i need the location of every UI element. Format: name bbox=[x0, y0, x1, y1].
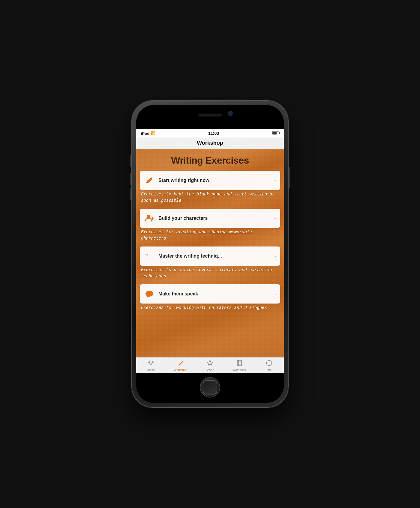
battery-icon bbox=[272, 132, 279, 135]
tab-ideas-label: Ideas bbox=[147, 368, 154, 372]
svg-point-4 bbox=[146, 291, 153, 297]
chevron-icon-2: › bbox=[274, 216, 276, 221]
main-content[interactable]: Writing Exercises Start writing right no… bbox=[136, 149, 284, 357]
chevron-icon-1: › bbox=[274, 178, 276, 183]
tab-workshop-label: Workshop bbox=[174, 368, 187, 372]
bulb-icon bbox=[147, 359, 154, 368]
exercise-desc-make-speak: Exercises for working with narrators and… bbox=[141, 305, 279, 311]
tab-info[interactable]: Info bbox=[254, 359, 284, 372]
speech-icon bbox=[144, 289, 155, 299]
star-icon bbox=[206, 359, 214, 368]
tab-notebook-label: Notebook bbox=[233, 368, 246, 372]
notebook-icon bbox=[236, 359, 243, 368]
status-time: 11:03 bbox=[208, 131, 219, 136]
exercise-label-start-writing: Start writing right now bbox=[158, 178, 274, 183]
quote-icon: " bbox=[144, 251, 155, 262]
status-bar: iPod 📶 11:03 bbox=[136, 129, 284, 138]
tab-saved[interactable]: Saved bbox=[195, 359, 225, 372]
svg-point-13 bbox=[269, 361, 269, 362]
exercise-item-build-characters[interactable]: Build your characters › bbox=[140, 209, 280, 228]
exercise-item-make-speak[interactable]: Make them speak › bbox=[140, 284, 280, 304]
wifi-icon: 📶 bbox=[151, 131, 155, 135]
svg-point-0 bbox=[147, 215, 150, 218]
person-add-icon bbox=[144, 213, 155, 224]
screen: iPod 📶 11:03 Workshop Writing Exercises bbox=[136, 129, 284, 373]
tab-saved-label: Saved bbox=[206, 368, 214, 372]
chevron-icon-3: › bbox=[274, 253, 276, 259]
exercise-desc-master-techniques: Exercises to practice several literary a… bbox=[141, 267, 279, 280]
status-right bbox=[272, 132, 279, 135]
phone-device: iPod 📶 11:03 Workshop Writing Exercises bbox=[132, 101, 288, 407]
chevron-icon-4: › bbox=[274, 291, 276, 297]
exercise-label-make-speak: Make them speak bbox=[158, 291, 274, 297]
home-button-inner bbox=[203, 380, 217, 395]
tab-notebook[interactable]: Notebook bbox=[225, 359, 254, 372]
nav-title: Workshop bbox=[197, 140, 223, 146]
speaker bbox=[198, 113, 222, 116]
status-left: iPod 📶 bbox=[141, 131, 155, 136]
exercise-item-start-writing[interactable]: Start writing right now › bbox=[140, 171, 280, 190]
exercise-desc-build-characters: Exercises for creating and shaping memor… bbox=[141, 229, 279, 242]
tab-info-label: Info bbox=[266, 368, 272, 372]
exercise-label-master-techniques: Master the writing techniq... bbox=[158, 253, 274, 259]
tab-bar: Ideas Workshop bbox=[136, 357, 284, 373]
phone-inner: iPod 📶 11:03 Workshop Writing Exercises bbox=[136, 105, 284, 403]
exercise-label-build-characters: Build your characters bbox=[158, 216, 274, 221]
svg-point-5 bbox=[149, 361, 152, 364]
camera bbox=[228, 111, 233, 116]
page-title: Writing Exercises bbox=[136, 149, 284, 171]
home-button[interactable] bbox=[200, 377, 220, 398]
svg-text:": " bbox=[145, 252, 149, 260]
pen-icon bbox=[177, 359, 184, 368]
tab-workshop[interactable]: Workshop bbox=[166, 359, 195, 372]
exercise-desc-start-writing: Exercises to beat the blank page and sta… bbox=[141, 191, 279, 204]
device-name: iPod bbox=[141, 131, 149, 136]
pencil-icon bbox=[144, 175, 155, 186]
tab-ideas[interactable]: Ideas bbox=[136, 359, 166, 372]
info-icon bbox=[266, 359, 273, 368]
nav-bar: Workshop bbox=[136, 138, 284, 149]
exercise-item-master-techniques[interactable]: " Master the writing techniq... › bbox=[140, 246, 280, 266]
